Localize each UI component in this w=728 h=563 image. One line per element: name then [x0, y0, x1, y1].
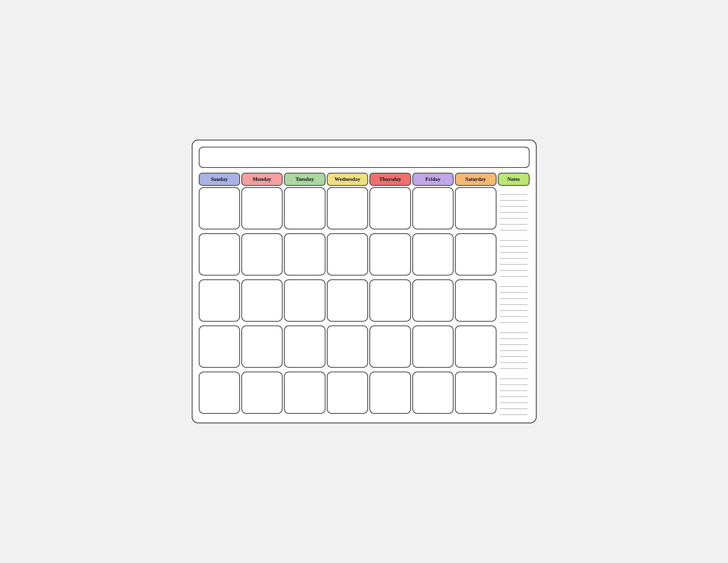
header-tuesday: Tuesday: [284, 173, 325, 186]
note-line[interactable]: [500, 213, 527, 219]
week5-friday[interactable]: [412, 372, 454, 414]
week3-tuesday[interactable]: [284, 279, 325, 322]
week5-wednesday[interactable]: [327, 372, 368, 414]
note-line[interactable]: [500, 409, 527, 415]
note-line[interactable]: [500, 363, 527, 369]
calendar-container: Sunday Monday Tuesday Wednesday Thursday…: [192, 140, 537, 423]
week5-saturday[interactable]: [455, 372, 496, 414]
week3-friday[interactable]: [412, 279, 454, 322]
week1-tuesday[interactable]: [284, 187, 325, 229]
header-saturday: Saturday: [455, 173, 496, 186]
note-line[interactable]: [500, 259, 527, 265]
note-line[interactable]: [500, 391, 527, 397]
note-line[interactable]: [500, 351, 527, 357]
week3-saturday[interactable]: [455, 279, 496, 322]
week1-sunday[interactable]: [199, 187, 240, 229]
note-line[interactable]: [500, 219, 527, 224]
note-line[interactable]: [500, 403, 527, 409]
week3-thursday[interactable]: [369, 279, 411, 322]
note-line[interactable]: [500, 397, 527, 403]
note-line[interactable]: [500, 299, 527, 305]
week1-wednesday[interactable]: [327, 187, 368, 229]
notes-week1[interactable]: [498, 187, 530, 232]
note-line[interactable]: [500, 317, 527, 323]
note-line[interactable]: [500, 224, 527, 230]
week4-wednesday[interactable]: [327, 325, 368, 368]
week5-monday[interactable]: [241, 372, 283, 414]
note-line[interactable]: [500, 333, 527, 339]
header-thursday: Thursday: [369, 173, 411, 186]
week4-friday[interactable]: [412, 325, 454, 368]
title-bar[interactable]: [199, 147, 530, 168]
note-line[interactable]: [500, 345, 527, 351]
week2-friday[interactable]: [412, 233, 454, 276]
note-line[interactable]: [500, 327, 527, 333]
week2-tuesday[interactable]: [284, 233, 325, 276]
week4-sunday[interactable]: [199, 325, 240, 368]
notes-week3[interactable]: [498, 279, 530, 324]
note-line[interactable]: [500, 235, 527, 241]
note-line[interactable]: [500, 385, 527, 391]
note-line[interactable]: [500, 373, 527, 379]
note-line[interactable]: [500, 253, 527, 259]
note-line[interactable]: [500, 271, 527, 277]
week1-friday[interactable]: [412, 187, 454, 229]
note-line[interactable]: [500, 241, 527, 247]
week3-sunday[interactable]: [199, 279, 240, 322]
header-monday: Monday: [241, 173, 283, 186]
notes-week4[interactable]: [498, 325, 530, 370]
note-line[interactable]: [500, 195, 527, 201]
week5-sunday[interactable]: [199, 372, 240, 414]
header-notes: Notes: [498, 173, 530, 186]
week2-sunday[interactable]: [199, 233, 240, 276]
week2-monday[interactable]: [241, 233, 283, 276]
note-line[interactable]: [500, 287, 527, 293]
note-line[interactable]: [500, 379, 527, 385]
week1-saturday[interactable]: [455, 187, 496, 229]
week5-thursday[interactable]: [369, 372, 411, 414]
week1-monday[interactable]: [241, 187, 283, 229]
header-friday: Friday: [412, 173, 454, 186]
week2-saturday[interactable]: [455, 233, 496, 276]
note-line[interactable]: [500, 281, 527, 287]
note-line[interactable]: [500, 265, 527, 271]
week3-wednesday[interactable]: [327, 279, 368, 322]
note-line[interactable]: [500, 189, 527, 195]
notes-week5[interactable]: [498, 372, 530, 416]
note-line[interactable]: [500, 311, 527, 317]
calendar-grid: Sunday Monday Tuesday Wednesday Thursday…: [199, 173, 530, 416]
week5-tuesday[interactable]: [284, 372, 325, 414]
note-line[interactable]: [500, 207, 527, 213]
week4-monday[interactable]: [241, 325, 283, 368]
header-wednesday: Wednesday: [327, 173, 368, 186]
note-line[interactable]: [500, 247, 527, 253]
week2-wednesday[interactable]: [327, 233, 368, 276]
header-sunday: Sunday: [199, 173, 240, 186]
note-line[interactable]: [500, 339, 527, 345]
week3-monday[interactable]: [241, 279, 283, 322]
week4-thursday[interactable]: [369, 325, 411, 368]
week4-saturday[interactable]: [455, 325, 496, 368]
week4-tuesday[interactable]: [284, 325, 325, 368]
note-line[interactable]: [500, 293, 527, 299]
week2-thursday[interactable]: [369, 233, 411, 276]
note-line[interactable]: [500, 305, 527, 311]
note-line[interactable]: [500, 357, 527, 363]
note-line[interactable]: [500, 201, 527, 207]
week1-thursday[interactable]: [369, 187, 411, 229]
notes-week2[interactable]: [498, 233, 530, 278]
